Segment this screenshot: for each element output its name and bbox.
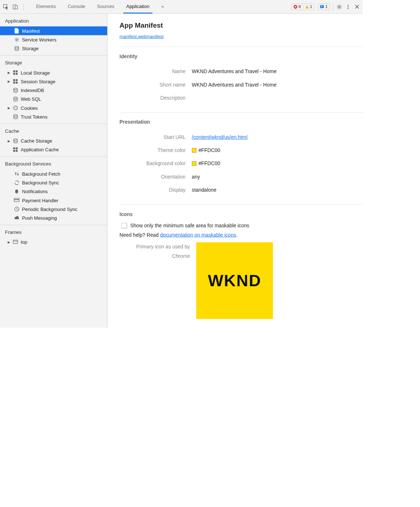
- svg-point-19: [16, 39, 17, 40]
- logo-text: WKND: [208, 271, 261, 290]
- svg-rect-29: [13, 71, 15, 72]
- sidebar-item-label: Background Fetch: [22, 171, 60, 176]
- maskable-checkbox[interactable]: [122, 223, 127, 229]
- sidebar-item-service-workers[interactable]: Service Workers: [0, 35, 107, 44]
- display-label: Display: [119, 187, 192, 193]
- svg-point-43: [16, 108, 16, 109]
- bell-icon: [14, 188, 20, 194]
- svg-point-7: [338, 6, 340, 8]
- section-frames: Frames: [0, 228, 107, 237]
- sidebar-item-indexeddb[interactable]: IndexedDB: [0, 86, 107, 95]
- svg-rect-54: [13, 240, 17, 244]
- svg-point-16: [348, 5, 349, 6]
- presentation-heading: Presentation: [119, 119, 363, 125]
- orientation-label: Orientation: [119, 174, 192, 180]
- issue-counts[interactable]: 8 1: [291, 4, 314, 10]
- settings-icon[interactable]: [336, 4, 342, 10]
- tab-sources[interactable]: Sources: [94, 0, 118, 13]
- sidebar-item-label: IndexedDB: [21, 88, 44, 93]
- svg-line-26: [18, 38, 18, 39]
- orientation-value: any: [192, 174, 200, 180]
- svg-rect-35: [13, 82, 15, 84]
- maskable-label: Show only the minimum safe area for mask…: [130, 223, 249, 229]
- bg-color-swatch: [192, 161, 197, 166]
- sidebar-item-push[interactable]: Push Messaging: [0, 213, 107, 222]
- svg-line-13: [340, 8, 341, 9]
- svg-rect-6: [320, 5, 324, 8]
- svg-rect-46: [13, 147, 15, 149]
- sidebar-item-websql[interactable]: Web SQL: [0, 95, 107, 103]
- sidebar-item-top-frame[interactable]: top: [0, 237, 107, 246]
- svg-rect-51: [14, 198, 19, 202]
- error-badge[interactable]: 8: [292, 4, 302, 9]
- svg-line-24: [15, 38, 16, 39]
- svg-rect-5: [307, 8, 307, 8]
- maskable-checkbox-row[interactable]: Show only the minimum safe area for mask…: [122, 223, 363, 229]
- sidebar-item-bg-fetch[interactable]: Background Fetch: [0, 169, 107, 178]
- svg-line-27: [15, 41, 16, 41]
- inspect-icon[interactable]: [3, 4, 9, 10]
- sidebar-item-bg-sync[interactable]: Background Sync: [0, 178, 107, 187]
- svg-point-28: [15, 46, 19, 48]
- sidebar-item-session-storage[interactable]: Session Storage: [0, 77, 107, 86]
- sidebar-item-local-storage[interactable]: Local Storage: [0, 68, 107, 77]
- sidebar-item-label: Cache Storage: [21, 138, 52, 144]
- sidebar-item-periodic-sync[interactable]: Periodic Background Sync: [0, 204, 107, 213]
- sidebar-item-manifest[interactable]: Manifest: [0, 27, 107, 35]
- database-icon: [13, 87, 19, 93]
- sidebar-item-trust-tokens[interactable]: Trust Tokens: [0, 112, 107, 121]
- maskable-doc-link[interactable]: documentation on maskable icons: [160, 232, 236, 237]
- svg-rect-4: [307, 6, 307, 7]
- svg-rect-47: [16, 147, 17, 149]
- error-icon: [293, 5, 297, 9]
- credit-card-icon: [14, 197, 20, 203]
- cloud-icon: [14, 215, 20, 221]
- svg-rect-34: [16, 79, 17, 81]
- page-title: App Manifest: [119, 21, 363, 29]
- database-icon: [13, 138, 19, 144]
- sidebar-item-payment[interactable]: Payment Handler: [0, 196, 107, 204]
- message-count: 1: [325, 4, 328, 9]
- devtools-toolbar: Elements Console Sources Application » 8…: [0, 0, 363, 14]
- start-url-link[interactable]: /content/wknd/us/en.html: [192, 135, 247, 140]
- chevron-right-icon: [8, 71, 10, 75]
- kebab-menu-icon[interactable]: [345, 4, 351, 10]
- display-value: standalone: [192, 187, 217, 193]
- gear-icon: [14, 37, 20, 43]
- maskable-help: Need help? Read documentation on maskabl…: [119, 232, 363, 238]
- tabs-overflow[interactable]: »: [158, 0, 167, 13]
- device-toggle-icon[interactable]: [13, 4, 19, 10]
- svg-point-38: [13, 97, 17, 98]
- grid-icon: [13, 147, 19, 152]
- sidebar-item-cache-storage[interactable]: Cache Storage: [0, 136, 107, 145]
- sidebar-item-label: Periodic Background Sync: [22, 206, 77, 212]
- clock-icon: [14, 206, 20, 212]
- manifest-panel: App Manifest manifest.webmanifest Identi…: [107, 14, 363, 328]
- svg-line-12: [338, 5, 338, 6]
- primary-icon-label: Primary icon as used by Chrome: [119, 242, 196, 262]
- bg-color-label: Background color: [119, 161, 192, 167]
- icons-heading: Icons: [119, 211, 363, 217]
- svg-rect-31: [13, 73, 15, 75]
- sidebar-item-app-cache[interactable]: Application Cache: [0, 145, 107, 154]
- tab-elements[interactable]: Elements: [33, 0, 59, 13]
- manifest-link[interactable]: manifest.webmanifest: [119, 34, 163, 39]
- database-icon: [13, 96, 19, 102]
- chevron-right-icon: [8, 139, 10, 143]
- short-name-value: WKND Adventures and Travel - Home: [192, 82, 277, 88]
- theme-color-value: #FFDC00: [198, 148, 220, 153]
- svg-rect-30: [16, 71, 17, 72]
- svg-rect-2: [15, 5, 17, 9]
- sidebar-item-storage[interactable]: Storage: [0, 44, 107, 53]
- chevron-right-icon: [8, 80, 10, 83]
- tab-console[interactable]: Console: [65, 0, 88, 13]
- messages-badge[interactable]: 1: [317, 4, 330, 10]
- svg-rect-49: [16, 150, 17, 152]
- sidebar-item-cookies[interactable]: Cookies: [0, 103, 107, 112]
- section-storage: Storage: [0, 59, 107, 68]
- sidebar-item-notifications[interactable]: Notifications: [0, 187, 107, 196]
- close-icon[interactable]: [354, 4, 360, 10]
- section-application: Application: [0, 17, 107, 27]
- tab-application[interactable]: Application: [123, 0, 152, 13]
- warning-badge[interactable]: 1: [303, 4, 314, 9]
